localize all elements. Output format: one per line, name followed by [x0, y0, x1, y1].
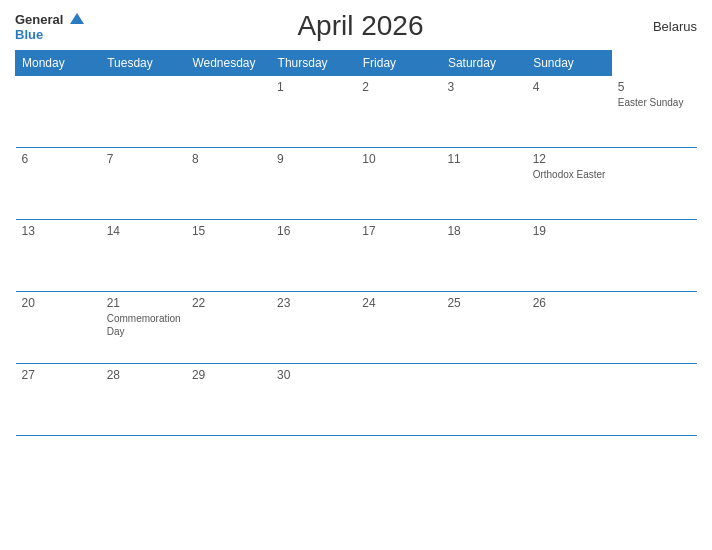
day-number: 13	[22, 224, 95, 238]
calendar-week-row: 2021Commemoration Day2223242526	[16, 292, 698, 364]
weekday-header: Thursday	[271, 51, 356, 76]
logo: General Blue	[15, 10, 84, 42]
calendar-cell: 20	[16, 292, 101, 364]
day-number: 14	[107, 224, 180, 238]
day-number: 7	[107, 152, 180, 166]
calendar-cell: 21Commemoration Day	[101, 292, 186, 364]
calendar-cell: 6	[16, 148, 101, 220]
calendar-cell: 11	[441, 148, 526, 220]
weekday-header: Sunday	[527, 51, 612, 76]
calendar-cell: 17	[356, 220, 441, 292]
calendar-cell: 9	[271, 148, 356, 220]
weekday-header-row: MondayTuesdayWednesdayThursdayFridaySatu…	[16, 51, 698, 76]
logo-triangle-icon	[70, 13, 84, 24]
calendar-cell: 12Orthodox Easter	[527, 148, 612, 220]
holiday-label: Easter Sunday	[618, 96, 691, 109]
calendar-cell: 4	[527, 76, 612, 148]
calendar-cell: 28	[101, 364, 186, 436]
day-number: 4	[533, 80, 606, 94]
weekday-header: Wednesday	[186, 51, 271, 76]
calendar-cell: 16	[271, 220, 356, 292]
day-number: 9	[277, 152, 350, 166]
day-number: 1	[277, 80, 350, 94]
calendar-cell: 29	[186, 364, 271, 436]
calendar-cell	[186, 76, 271, 148]
day-number: 19	[533, 224, 606, 238]
day-number: 25	[447, 296, 520, 310]
logo-blue-label: Blue	[15, 28, 84, 42]
month-title: April 2026	[84, 10, 637, 42]
day-number: 22	[192, 296, 265, 310]
calendar-week-row: 13141516171819	[16, 220, 698, 292]
calendar-week-row: 6789101112Orthodox Easter	[16, 148, 698, 220]
calendar-cell: 2	[356, 76, 441, 148]
holiday-label: Orthodox Easter	[533, 168, 606, 181]
day-number: 18	[447, 224, 520, 238]
weekday-header: Friday	[356, 51, 441, 76]
day-number: 11	[447, 152, 520, 166]
day-number: 17	[362, 224, 435, 238]
day-number: 15	[192, 224, 265, 238]
day-number: 8	[192, 152, 265, 166]
calendar-cell: 5Easter Sunday	[612, 76, 697, 148]
calendar-cell: 14	[101, 220, 186, 292]
calendar-cell: 1	[271, 76, 356, 148]
day-number: 16	[277, 224, 350, 238]
calendar-cell: 27	[16, 364, 101, 436]
logo-general-label: General	[15, 12, 63, 27]
day-number: 30	[277, 368, 350, 382]
calendar-cell: 24	[356, 292, 441, 364]
calendar-cell: 13	[16, 220, 101, 292]
day-number: 26	[533, 296, 606, 310]
weekday-header: Saturday	[441, 51, 526, 76]
calendar-cell: 23	[271, 292, 356, 364]
calendar-cell: 22	[186, 292, 271, 364]
calendar-header: General Blue April 2026 Belarus	[15, 10, 697, 42]
calendar-cell	[16, 76, 101, 148]
day-number: 2	[362, 80, 435, 94]
calendar-cell: 3	[441, 76, 526, 148]
calendar-cell	[441, 364, 526, 436]
day-number: 27	[22, 368, 95, 382]
calendar-cell: 8	[186, 148, 271, 220]
calendar-cell: 30	[271, 364, 356, 436]
day-number: 28	[107, 368, 180, 382]
day-number: 24	[362, 296, 435, 310]
weekday-header: Monday	[16, 51, 101, 76]
day-number: 12	[533, 152, 606, 166]
calendar-cell: 19	[527, 220, 612, 292]
country-label: Belarus	[637, 19, 697, 34]
calendar-cell: 15	[186, 220, 271, 292]
calendar-cell: 10	[356, 148, 441, 220]
calendar-cell: 26	[527, 292, 612, 364]
day-number: 10	[362, 152, 435, 166]
day-number: 21	[107, 296, 180, 310]
calendar-week-row: 27282930	[16, 364, 698, 436]
day-number: 6	[22, 152, 95, 166]
day-number: 23	[277, 296, 350, 310]
calendar-cell	[527, 364, 612, 436]
calendar-table: MondayTuesdayWednesdayThursdayFridaySatu…	[15, 50, 697, 436]
calendar-container: General Blue April 2026 Belarus MondayTu…	[0, 0, 712, 550]
day-number: 5	[618, 80, 691, 94]
calendar-week-row: 12345Easter Sunday	[16, 76, 698, 148]
holiday-label: Commemoration Day	[107, 312, 180, 338]
calendar-cell	[101, 76, 186, 148]
calendar-cell: 18	[441, 220, 526, 292]
weekday-header: Tuesday	[101, 51, 186, 76]
calendar-cell	[356, 364, 441, 436]
calendar-cell: 25	[441, 292, 526, 364]
day-number: 3	[447, 80, 520, 94]
day-number: 29	[192, 368, 265, 382]
day-number: 20	[22, 296, 95, 310]
logo-general-text: General	[15, 10, 84, 28]
calendar-cell: 7	[101, 148, 186, 220]
